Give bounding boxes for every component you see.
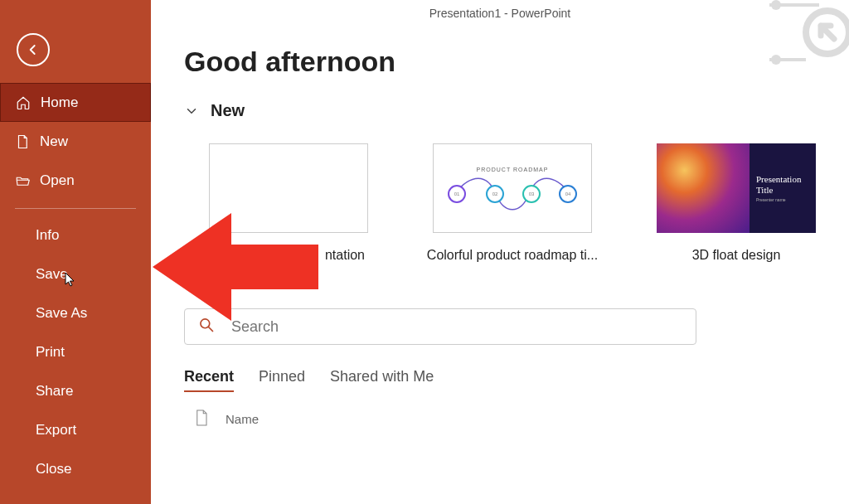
tab-label: Pinned: [259, 368, 305, 385]
sidebar-item-export[interactable]: Export: [0, 410, 151, 449]
recent-list-header: Name: [184, 409, 816, 429]
sidebar-item-print[interactable]: Print: [0, 332, 151, 371]
back-button[interactable]: [17, 33, 50, 66]
template-thumbnail: Presentation Title Presenter name: [657, 143, 816, 233]
template-blank-presentation[interactable]: ntation: [209, 143, 368, 263]
file-icon: [15, 134, 30, 149]
folder-open-icon: [15, 173, 30, 188]
template-title: Colorful product roadmap ti...: [427, 248, 598, 263]
column-header-name: Name: [226, 412, 259, 426]
new-section-toggle[interactable]: New: [184, 101, 816, 120]
home-icon: [16, 95, 31, 110]
greeting-heading: Good afternoon: [184, 46, 816, 78]
sidebar-item-label: Open: [40, 172, 75, 189]
back-arrow-icon: [25, 41, 41, 58]
sidebar-item-label: Save As: [36, 305, 87, 322]
template-colorful-product-roadmap[interactable]: PRODUCT ROADMAP 01 02 03 04 Colorful pro…: [433, 143, 592, 263]
backstage-view: Home New Open Info Save Save As Print Sh…: [0, 0, 849, 504]
sidebar-lower-group: Info Save Save As Print Share Export Clo…: [0, 216, 151, 488]
sidebar-item-label: Close: [36, 461, 71, 477]
sidebar-divider: [15, 208, 136, 209]
tab-label: Shared with Me: [330, 368, 434, 385]
template-title: ntation: [325, 248, 368, 263]
search-icon: [198, 317, 215, 337]
tab-label: Recent: [184, 368, 234, 385]
sidebar-item-new[interactable]: New: [0, 122, 151, 161]
template-3d-float-design[interactable]: Presentation Title Presenter name 3D flo…: [657, 143, 816, 263]
window-title: Presentation1 - PowerPoint: [151, 7, 849, 20]
sidebar-item-label: New: [40, 133, 68, 150]
tab-recent[interactable]: Recent: [184, 368, 234, 392]
template-thumbnail: PRODUCT ROADMAP 01 02 03 04: [433, 143, 592, 233]
template-gallery: ntation PRODUCT ROADMAP 01 02 03 04 C: [184, 143, 816, 263]
sidebar-item-label: Export: [36, 422, 76, 439]
sidebar-item-label: Home: [41, 94, 78, 111]
template-thumbnail: [209, 143, 368, 233]
sidebar-item-label: Share: [36, 383, 73, 400]
tab-pinned[interactable]: Pinned: [259, 368, 305, 392]
search-input[interactable]: [231, 318, 682, 336]
search-box[interactable]: [184, 308, 696, 345]
sidebar-item-open[interactable]: Open: [0, 161, 151, 200]
sidebar-item-save-as[interactable]: Save As: [0, 293, 151, 332]
sidebar-item-save[interactable]: Save: [0, 254, 151, 293]
sidebar-item-label: Save: [36, 266, 68, 283]
sidebar-item-label: Print: [36, 344, 65, 361]
sidebar-item-home[interactable]: Home: [0, 83, 151, 122]
file-icon: [194, 409, 209, 429]
svg-line-1: [209, 327, 213, 332]
sidebar-item-label: Info: [36, 227, 59, 244]
thumb-heading: PRODUCT ROADMAP: [477, 167, 549, 172]
recent-tabs: Recent Pinned Shared with Me: [184, 368, 816, 392]
sidebar-item-close[interactable]: Close: [0, 449, 151, 488]
sidebar-item-info[interactable]: Info: [0, 216, 151, 254]
new-section-label: New: [211, 101, 245, 120]
backstage-main: Presentation1 - PowerPoint Good afternoo…: [151, 0, 849, 504]
chevron-down-icon: [184, 104, 199, 119]
template-title: 3D float design: [692, 248, 781, 263]
backstage-sidebar: Home New Open Info Save Save As Print Sh…: [0, 0, 151, 504]
sidebar-item-share[interactable]: Share: [0, 371, 151, 410]
thumb-title: Presentation Title: [756, 174, 816, 195]
tab-shared-with-me[interactable]: Shared with Me: [330, 368, 434, 392]
